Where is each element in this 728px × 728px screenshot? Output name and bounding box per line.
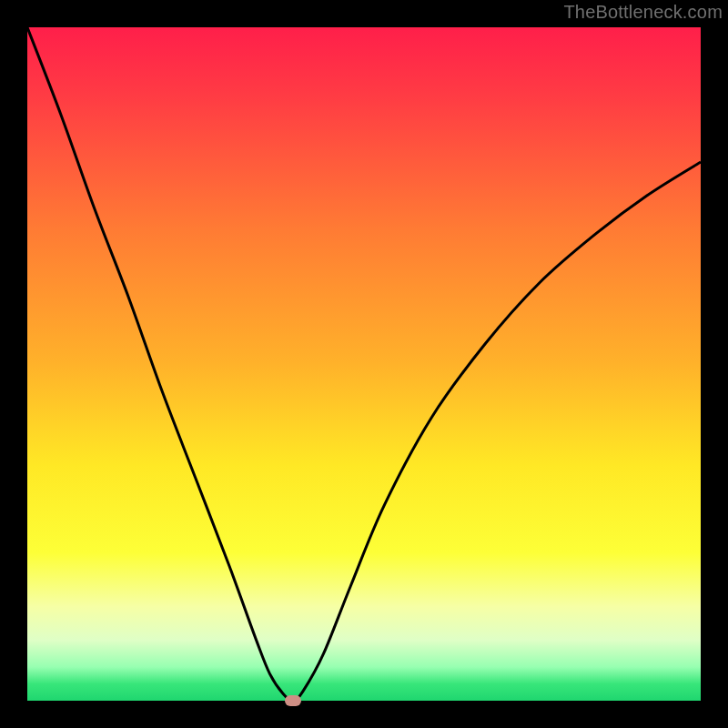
curve-layer: [27, 27, 701, 701]
plot-area: [27, 27, 701, 701]
watermark-text: TheBottleneck.com: [563, 2, 723, 23]
chart-stage: TheBottleneck.com: [0, 0, 728, 728]
bottleneck-curve: [27, 27, 701, 701]
min-point-marker: [285, 695, 301, 706]
